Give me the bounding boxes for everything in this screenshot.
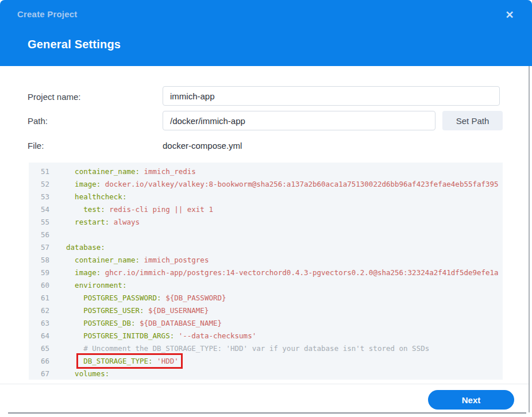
code-text: POSTGRES_PASSWORD: ${DB_PASSWORD} [57, 292, 226, 304]
code-text: healthcheck: [57, 191, 126, 203]
code-text: POSTGRES_USER: ${DB_USERNAME} [57, 304, 209, 317]
code-text: volumes: [57, 368, 109, 380]
code-text: environment: [57, 279, 126, 292]
code-line-63: 63 POSTGRES_DB: ${DB_DATABASE_NAME} [29, 317, 503, 330]
line-number: 56 [29, 229, 49, 241]
line-number: 67 [29, 368, 49, 380]
line-number: 54 [29, 203, 49, 216]
code-line-53: 53 healthcheck: [29, 191, 503, 203]
code-text: test: redis-cli ping || exit 1 [57, 203, 213, 216]
line-number: 60 [29, 279, 49, 292]
path-label: Path: [28, 116, 48, 126]
line-number: 62 [29, 304, 49, 317]
close-button[interactable]: ✕ [502, 7, 517, 22]
code-text: image: docker.io/valkey/valkey:8-bookwor… [57, 178, 499, 191]
background-window-edge-vertical [529, 66, 530, 412]
highlight-box: DB_STORAGE_TYPE: 'HDD' [83, 355, 179, 368]
line-number: 65 [29, 342, 49, 355]
next-button[interactable]: Next [428, 390, 514, 410]
code-text: container_name: immich_redis [57, 165, 196, 178]
code-line-59: 59 image: ghcr.io/immich-app/postgres:14… [29, 267, 503, 279]
path-input[interactable] [163, 111, 435, 130]
footer-divider [0, 384, 529, 384]
create-project-dialog: Create Project ✕ General Settings Projec… [0, 0, 532, 417]
page-title: General Settings [28, 38, 121, 51]
code-line-52: 52 image: docker.io/valkey/valkey:8-book… [29, 178, 503, 191]
yaml-code-editor[interactable]: 51 container_name: immich_redis52 image:… [29, 163, 503, 380]
set-path-button[interactable]: Set Path [442, 111, 503, 130]
line-number: 55 [29, 216, 49, 229]
code-lines: 51 container_name: immich_redis52 image:… [29, 165, 503, 380]
code-text: # Uncomment the DB_STORAGE_TYPE: 'HDD' v… [57, 342, 429, 355]
line-number: 51 [29, 165, 49, 178]
dialog-title: Create Project [17, 9, 78, 19]
code-line-60: 60 environment: [29, 279, 503, 292]
code-text: restart: always [57, 216, 140, 229]
code-text: image: ghcr.io/immich-app/postgres:14-ve… [57, 267, 499, 279]
code-line-56: 56 [29, 229, 503, 241]
line-number: 61 [29, 292, 49, 304]
line-number: 57 [29, 241, 49, 254]
code-line-67: 67 volumes: [29, 368, 503, 380]
code-line-51: 51 container_name: immich_redis [29, 165, 503, 178]
code-text: POSTGRES_DB: ${DB_DATABASE_NAME} [57, 317, 222, 330]
code-text: POSTGRES_INITDB_ARGS: '--data-checksums' [57, 330, 256, 342]
line-number: 66 [29, 355, 49, 368]
line-number: 63 [29, 317, 49, 330]
file-value: docker-compose.yml [163, 141, 242, 150]
code-text: database: [57, 241, 105, 254]
file-label: File: [28, 141, 44, 150]
code-line-61: 61 POSTGRES_PASSWORD: ${DB_PASSWORD} [29, 292, 503, 304]
code-line-58: 58 container_name: immich_postgres [29, 254, 503, 267]
line-number: 64 [29, 330, 49, 342]
line-number: 58 [29, 254, 49, 267]
line-number: 59 [29, 267, 49, 279]
project-name-label: Project name: [28, 92, 81, 102]
line-number: 53 [29, 191, 49, 203]
code-line-55: 55 restart: always [29, 216, 503, 229]
code-line-66: 66 DB_STORAGE_TYPE: 'HDD' [29, 355, 503, 368]
code-line-64: 64 POSTGRES_INITDB_ARGS: '--data-checksu… [29, 330, 503, 342]
code-text: DB_STORAGE_TYPE: 'HDD' [57, 355, 179, 368]
project-name-input[interactable] [163, 86, 500, 106]
dialog-header: Create Project ✕ General Settings [0, 0, 532, 66]
background-window-edge-horizontal [8, 412, 526, 414]
code-text: container_name: immich_postgres [57, 254, 209, 267]
line-number: 52 [29, 178, 49, 191]
close-icon: ✕ [505, 10, 514, 20]
code-line-54: 54 test: redis-cli ping || exit 1 [29, 203, 503, 216]
code-line-62: 62 POSTGRES_USER: ${DB_USERNAME} [29, 304, 503, 317]
code-line-65: 65 # Uncomment the DB_STORAGE_TYPE: 'HDD… [29, 342, 503, 355]
code-line-57: 57 database: [29, 241, 503, 254]
